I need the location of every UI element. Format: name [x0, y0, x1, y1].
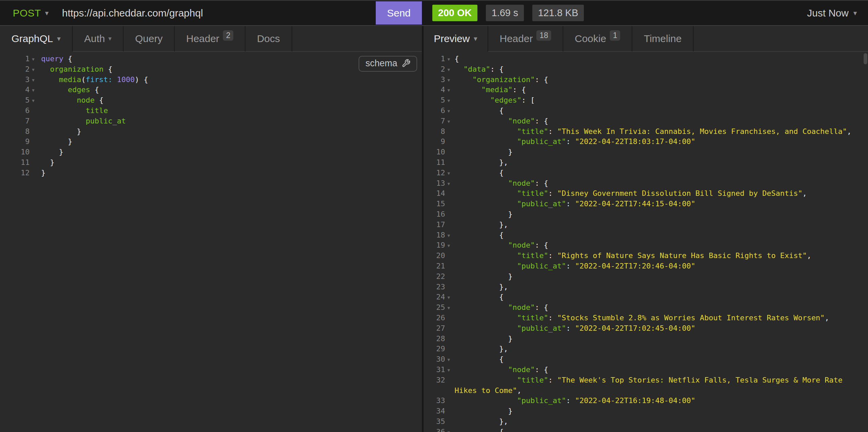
- line-number: 2: [424, 64, 445, 75]
- code-content: "public_at": "2022-04-22T18:03:17-04:00": [455, 137, 868, 147]
- line-number: 26: [424, 313, 445, 323]
- line-number: 19: [424, 240, 445, 251]
- fold-arrow-icon[interactable]: ▾: [445, 365, 455, 375]
- tab-header[interactable]: Header 2: [175, 26, 245, 52]
- code-content: },: [455, 220, 868, 230]
- code-content: },: [455, 344, 868, 354]
- fold-arrow-icon[interactable]: ▾: [445, 354, 455, 365]
- fold-arrow-icon[interactable]: ▾: [445, 116, 455, 127]
- preview-chevron-down-icon: ▾: [474, 35, 477, 42]
- code-content: media(first: 1000) {: [41, 75, 422, 85]
- scrollbar-thumb[interactable]: [864, 53, 867, 64]
- request-editor[interactable]: schema 1▾query {2▾ organization {3▾ medi…: [0, 52, 422, 432]
- code-line: 6▾ {: [424, 106, 868, 116]
- code-content: {: [455, 354, 868, 365]
- tab-timeline-label: Timeline: [644, 33, 681, 44]
- code-line: 25▾ "node": {: [424, 302, 868, 313]
- method-dropdown[interactable]: POST: [13, 7, 41, 19]
- fold-arrow-icon[interactable]: ▾: [445, 75, 455, 85]
- fold-arrow-icon[interactable]: ▾: [445, 64, 455, 75]
- fold-arrow-icon[interactable]: ▾: [445, 178, 455, 189]
- fold-arrow-icon[interactable]: ▾: [30, 75, 41, 85]
- fold-arrow-icon[interactable]: ▾: [445, 85, 455, 95]
- fold-arrow-icon[interactable]: ▾: [445, 168, 455, 178]
- gutter: 22: [424, 271, 455, 282]
- gutter: 36▾: [424, 427, 455, 432]
- fold-spacer: [445, 209, 455, 220]
- fold-arrow-icon[interactable]: ▾: [30, 64, 41, 75]
- gutter: 4▾: [424, 85, 455, 95]
- code-content: "title": "Stocks Stumble 2.8% as Worries…: [455, 313, 868, 323]
- code-content: "data": {: [455, 64, 868, 75]
- fold-arrow-icon[interactable]: ▾: [445, 427, 455, 432]
- fold-arrow-icon[interactable]: ▾: [445, 106, 455, 116]
- code-content: "public_at": "2022-04-22T17:02:45-04:00": [455, 323, 868, 334]
- line-number: 22: [424, 271, 445, 282]
- fold-arrow-icon[interactable]: ▾: [30, 54, 41, 64]
- code-content: }: [455, 334, 868, 344]
- response-editor[interactable]: 1▾{2▾ "data": {3▾ "organization": {4▾ "m…: [424, 52, 868, 432]
- fold-arrow-icon[interactable]: ▾: [445, 292, 455, 302]
- fold-spacer: [445, 375, 455, 396]
- fold-arrow-icon[interactable]: ▾: [30, 85, 41, 95]
- response-header-count-badge: 18: [536, 30, 551, 41]
- tab-response-header[interactable]: Header 18: [488, 26, 563, 52]
- code-content: edges {: [41, 85, 422, 95]
- gutter: 9: [424, 137, 455, 147]
- code-content: }: [41, 168, 422, 178]
- fold-spacer: [445, 137, 455, 147]
- code-line: 12▾ {: [424, 168, 868, 178]
- fold-spacer: [445, 261, 455, 271]
- fold-spacer: [445, 313, 455, 323]
- preview-mode-dropdown[interactable]: Preview ▾: [424, 26, 488, 52]
- schema-button[interactable]: schema: [359, 56, 417, 72]
- fold-spacer: [445, 189, 455, 199]
- line-number: 27: [424, 323, 445, 334]
- fold-arrow-icon[interactable]: ▾: [445, 240, 455, 251]
- gutter: 7▾: [424, 116, 455, 127]
- schema-button-label: schema: [365, 58, 397, 69]
- code-line: 24▾ {: [424, 292, 868, 302]
- gutter: 35: [424, 417, 455, 427]
- gutter: 13▾: [424, 178, 455, 189]
- fold-arrow-icon[interactable]: ▾: [445, 54, 455, 64]
- code-line: 33 "public_at": "2022-04-22T16:19:48-04:…: [424, 396, 868, 406]
- body-type-dropdown[interactable]: GraphQL ▾: [0, 26, 73, 52]
- line-number: 30: [424, 354, 445, 365]
- url-input[interactable]: https://api.cheddar.com/graphql: [62, 7, 203, 19]
- code-content: "title": "Rights of Nature Says Nature H…: [455, 251, 868, 261]
- code-line: 14 "title": "Disney Government Dissoluti…: [424, 189, 868, 199]
- send-button[interactable]: Send: [376, 1, 422, 25]
- code-line: 30▾ {: [424, 354, 868, 365]
- tab-query-label: Query: [135, 33, 163, 44]
- code-line: 31▾ "node": {: [424, 365, 868, 375]
- response-history-dropdown[interactable]: Just Now ▾: [807, 7, 868, 19]
- gutter: 1▾: [424, 54, 455, 64]
- fold-spacer: [445, 323, 455, 334]
- auth-chevron-down-icon: ▾: [108, 35, 112, 42]
- line-number: 24: [424, 292, 445, 302]
- gutter: 15: [424, 199, 455, 209]
- fold-arrow-icon[interactable]: ▾: [445, 302, 455, 313]
- fold-arrow-icon[interactable]: ▾: [445, 230, 455, 240]
- body-type-label: GraphQL: [11, 33, 53, 44]
- fold-arrow-icon[interactable]: ▾: [30, 95, 41, 106]
- response-meta-bar: 200 OK 1.69 s 121.8 KB Just Now ▾: [422, 1, 868, 25]
- line-number: 11: [0, 158, 30, 168]
- code-line: 18▾ {: [424, 230, 868, 240]
- tab-docs[interactable]: Docs: [245, 26, 292, 52]
- code-content: title: [41, 106, 422, 116]
- tab-timeline[interactable]: Timeline: [632, 26, 693, 52]
- line-number: 8: [424, 127, 445, 137]
- gutter: 4▾: [0, 85, 41, 95]
- line-number: 9: [424, 137, 445, 147]
- code-content: "node": {: [455, 365, 868, 375]
- line-number: 23: [424, 282, 445, 292]
- tab-cookie[interactable]: Cookie 1: [563, 26, 632, 52]
- method-chevron-down-icon[interactable]: ▾: [45, 9, 49, 16]
- tab-query[interactable]: Query: [124, 26, 175, 52]
- gutter: 24▾: [424, 292, 455, 302]
- gutter: 7: [0, 116, 41, 127]
- tab-auth[interactable]: Auth ▾: [73, 26, 124, 52]
- fold-arrow-icon[interactable]: ▾: [445, 95, 455, 106]
